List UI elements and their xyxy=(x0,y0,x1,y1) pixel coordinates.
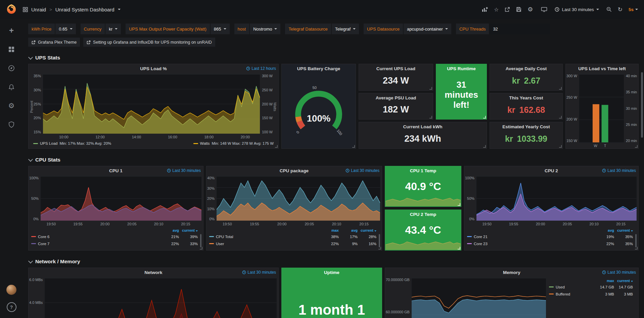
star-icon[interactable]: ☆ xyxy=(494,6,499,13)
panel-time-override[interactable]: Last 12 hours xyxy=(246,66,276,71)
x-axis: 19:50 19:55 20:00 20:05 20:10 20:15 xyxy=(476,221,637,227)
explore-compass-icon[interactable] xyxy=(7,64,16,73)
panel-title[interactable]: Uptime xyxy=(324,270,339,275)
legend-scrollbar[interactable] xyxy=(379,234,380,247)
legend-series[interactable]: Core 21 xyxy=(467,235,595,239)
settings-gear-icon[interactable]: ⚙ xyxy=(527,6,533,13)
cycle-view-monitor-icon[interactable] xyxy=(541,7,547,12)
legend-series[interactable]: CPU Total xyxy=(209,235,320,239)
memory-chart[interactable] xyxy=(411,278,546,318)
configuration-gear-icon[interactable]: ⚙ xyxy=(7,101,16,110)
breadcrumb: Unraid > Unraid System Dashboard xyxy=(23,7,121,12)
time-range-picker[interactable]: Last 30 minutes xyxy=(553,5,600,14)
legend-column-header-sorted[interactable]: current xyxy=(614,279,633,283)
variable-ups-datasource[interactable]: UPS Datasource apcupsd-container xyxy=(364,24,451,34)
variable-value-dropdown[interactable]: kr xyxy=(105,24,121,34)
legend-column-header-sorted[interactable]: current xyxy=(179,228,198,232)
save-icon[interactable] xyxy=(516,7,521,12)
apps-grid-icon[interactable] xyxy=(23,7,28,12)
section-header-cpu-stats[interactable]: CPU Stats xyxy=(29,157,639,163)
panel-title[interactable]: UPS Battery Charge xyxy=(297,66,340,71)
legend-column-header[interactable]: avg xyxy=(339,228,358,232)
dashboards-icon[interactable] xyxy=(7,45,16,54)
dashboard-dropdown-caret[interactable] xyxy=(118,9,121,10)
variable-value-dropdown[interactable]: Telegraf xyxy=(332,24,359,34)
panel-title[interactable]: Network xyxy=(144,270,162,275)
panel-title[interactable]: Current Load kWh xyxy=(403,124,443,129)
cpu2-chart[interactable] xyxy=(476,176,637,221)
variable-value-dropdown[interactable]: 0.65 xyxy=(55,24,76,34)
legend-column-header[interactable]: max xyxy=(320,228,339,232)
variable-cpu-threads[interactable]: CPU Threads 32 xyxy=(456,24,550,34)
grafana-logo-icon[interactable] xyxy=(0,4,23,14)
legend-series-ups-load[interactable]: UPS Load Min: 17% Max: 32% Avg: 20% xyxy=(33,141,111,145)
legend-series-watts[interactable]: Watts Min: 148 W Max: 278 W Avg: 175 W xyxy=(193,141,274,145)
panel-time-override[interactable]: Last 30 minutes xyxy=(602,168,636,173)
legend-series[interactable]: User xyxy=(209,242,320,246)
dashboard-link[interactable]: Setting up Grafana and InfluxDB for UPS … xyxy=(83,38,215,47)
user-avatar[interactable] xyxy=(6,285,16,295)
create-plus-icon[interactable]: + xyxy=(7,26,16,35)
alerting-bell-icon[interactable] xyxy=(7,83,16,91)
page-scrollbar[interactable] xyxy=(641,72,643,138)
panel-title[interactable]: UPS Load % xyxy=(140,66,167,71)
panel-title[interactable]: UPS Runtime xyxy=(447,66,476,71)
cpu1-chart[interactable] xyxy=(40,176,202,221)
legend-series[interactable]: Core 7 xyxy=(31,242,160,246)
share-icon[interactable] xyxy=(505,7,510,12)
dashboard-link[interactable]: Grafana Plex Theme xyxy=(28,38,80,47)
legend-column-header-sorted[interactable]: current xyxy=(614,228,633,232)
add-panel-icon[interactable] xyxy=(482,7,488,12)
legend-series[interactable]: Buffered xyxy=(549,292,595,296)
variable-value-dropdown[interactable]: Nostromo xyxy=(250,24,280,34)
variable-currency[interactable]: Currency kr xyxy=(81,24,121,34)
cpu-threads-input[interactable]: 32 xyxy=(490,24,550,34)
variable-kwh-price[interactable]: kWh Price 0.65 xyxy=(28,24,76,34)
legend-column-header[interactable]: avg xyxy=(595,228,614,232)
legend-series[interactable]: Core 6 xyxy=(31,235,160,239)
panel-title[interactable]: This Years Cost xyxy=(509,95,543,100)
panel-title[interactable]: Estimated Yearly Cost xyxy=(502,124,550,129)
grafana-dashboard: Unraid > Unraid System Dashboard ☆ ⚙ Las… xyxy=(0,0,644,318)
refresh-icon[interactable]: ↻ xyxy=(618,6,623,13)
panel-title[interactable]: CPU 2 xyxy=(545,168,558,173)
refresh-interval-dropdown[interactable]: 5s xyxy=(629,7,638,12)
zoom-out-icon[interactable] xyxy=(606,7,612,12)
section-header-network-memory[interactable]: Network / Memory xyxy=(29,259,639,265)
panel-time-override[interactable]: Last 30 minutes xyxy=(602,270,636,275)
breadcrumb-app[interactable]: Unraid xyxy=(31,7,46,12)
panel-title[interactable]: Memory xyxy=(503,270,520,275)
legend-column-header-sorted[interactable]: current xyxy=(358,228,376,232)
panel-title[interactable]: CPU package xyxy=(280,168,309,173)
panel-title[interactable]: Current UPS Load xyxy=(376,66,415,71)
variable-value-dropdown[interactable]: apcupsd-container xyxy=(404,24,451,34)
page-title[interactable]: Unraid System Dashboard xyxy=(55,7,114,12)
panel-time-override[interactable]: Last 30 minutes xyxy=(242,270,276,275)
variable-value-dropdown[interactable]: 865 xyxy=(211,24,230,34)
server-admin-shield-icon[interactable] xyxy=(7,120,16,129)
legend-scrollbar[interactable] xyxy=(200,234,201,247)
panel-title[interactable]: UPS Load vs Time left xyxy=(578,66,626,71)
variable-ups-max-power[interactable]: UPS Max Output Power Capacity (Watt) 865 xyxy=(126,24,229,34)
panel-title[interactable]: CPU 2 Temp xyxy=(410,212,436,217)
legend-series[interactable]: Used xyxy=(549,285,595,289)
legend-scrollbar[interactable] xyxy=(635,234,637,247)
network-chart[interactable] xyxy=(44,278,277,318)
legend-column-header[interactable]: avg xyxy=(160,228,179,232)
cpu-package-chart[interactable] xyxy=(216,176,380,221)
variable-host[interactable]: host Nostromo xyxy=(234,24,281,34)
panel-time-override[interactable]: Last 30 minutes xyxy=(346,168,379,173)
legend-column-header[interactable]: max xyxy=(595,279,614,283)
legend-series[interactable]: Core 23 xyxy=(467,242,595,246)
ups-load-vs-time-chart[interactable] xyxy=(579,74,624,143)
panel-title[interactable]: CPU 1 xyxy=(109,168,123,173)
variable-telegraf-datasource[interactable]: Telegraf Datasource Telegraf xyxy=(285,24,359,34)
panel-title[interactable]: Average PSU Load xyxy=(376,95,416,100)
panel-title[interactable]: Average Daily Cost xyxy=(506,66,547,71)
help-icon[interactable]: ? xyxy=(7,302,16,312)
ups-load-chart[interactable] xyxy=(43,74,260,134)
section-header-ups-stats[interactable]: UPS Stats xyxy=(29,55,639,61)
clock-icon xyxy=(346,169,350,173)
panel-time-override[interactable]: Last 30 minutes xyxy=(167,168,201,173)
panel-title[interactable]: CPU 1 Temp xyxy=(410,168,436,173)
